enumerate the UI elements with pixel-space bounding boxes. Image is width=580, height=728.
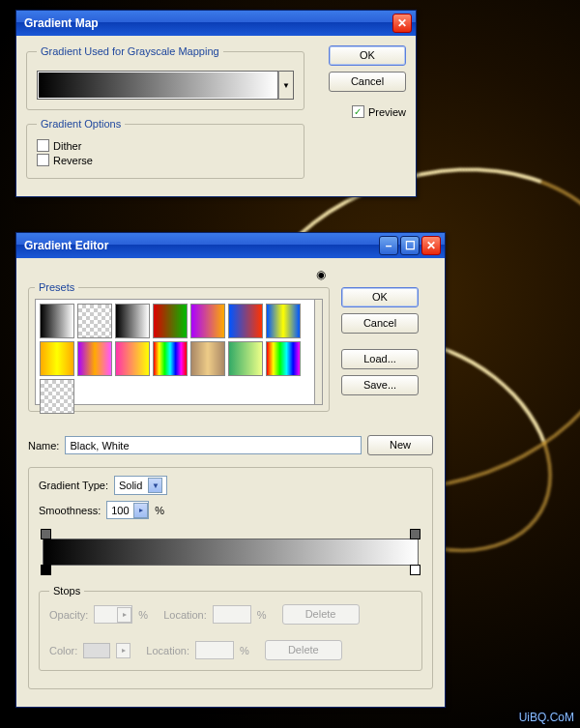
preset-swatch[interactable] [266, 341, 301, 376]
gradient-bar-editor[interactable] [39, 529, 422, 575]
name-input[interactable] [65, 436, 362, 454]
preset-swatch[interactable] [77, 304, 112, 338]
gradient-type-value: Solid [119, 480, 142, 491]
minimize-icon[interactable]: – [379, 236, 398, 255]
gradient-preview[interactable] [37, 71, 278, 100]
presets-list [35, 299, 315, 405]
gradient-map-title: Gradient Map [20, 16, 391, 30]
gradient-type-label: Gradient Type: [39, 480, 108, 491]
preset-swatch[interactable] [40, 304, 74, 338]
gradient-options-legend: Gradient Options [37, 118, 125, 130]
opacity-input: ▸ [94, 605, 132, 624]
check-icon: ✓ [354, 107, 362, 117]
reverse-label: Reverse [53, 155, 93, 166]
gradient-options-group: Gradient Options Dither Reverse [26, 118, 304, 179]
gradient-map-dialog: Gradient Map ✕ Gradient Used for Graysca… [15, 10, 417, 197]
smoothness-label: Smoothness: [39, 505, 101, 516]
smoothness-input[interactable]: 100 ▸ [106, 501, 149, 519]
preset-swatch[interactable] [115, 341, 150, 376]
close-icon[interactable]: ✕ [421, 236, 441, 255]
new-button[interactable]: New [367, 435, 433, 455]
opacity-stop-left[interactable] [41, 529, 51, 539]
preset-swatch[interactable] [153, 341, 188, 376]
preset-swatch[interactable] [40, 379, 74, 414]
stops-group: Stops Opacity: ▸ % Location: % Delete Co… [39, 585, 422, 671]
preview-label: Preview [368, 106, 406, 118]
color-location-input [195, 641, 234, 659]
maximize-icon[interactable]: ☐ [400, 236, 420, 255]
grayscale-mapping-group: Gradient Used for Grayscale Mapping ▼ [26, 45, 304, 110]
name-label: Name: [28, 440, 59, 451]
color-chip [83, 643, 110, 658]
reverse-checkbox[interactable] [37, 154, 49, 166]
ok-button[interactable]: OK [329, 45, 406, 66]
gradient-dropdown-arrow[interactable]: ▼ [278, 71, 294, 100]
gradient-definition-group: Gradient Type: Solid ▼ Smoothness: 100 ▸… [28, 467, 433, 689]
preset-swatch[interactable] [266, 304, 301, 338]
cancel-button[interactable]: Cancel [329, 72, 406, 92]
delete-color-stop-button: Delete [265, 640, 342, 660]
gradient-editor-dialog: Gradient Editor – ☐ ✕ ◉ Presets OK Cance… [15, 232, 446, 708]
gradient-type-select[interactable]: Solid ▼ [114, 476, 167, 495]
location-label: Location: [146, 645, 189, 656]
save-button[interactable]: Save... [341, 375, 419, 395]
preset-swatch[interactable] [190, 341, 225, 376]
gradient-editor-titlebar[interactable]: Gradient Editor – ☐ ✕ [16, 233, 445, 258]
percent-label: % [240, 645, 249, 656]
delete-opacity-stop-button: Delete [282, 604, 360, 625]
chevron-right-icon: ▸ [133, 503, 148, 518]
stops-legend: Stops [49, 585, 84, 597]
presets-group: Presets [28, 281, 330, 412]
smoothness-value: 100 [107, 505, 133, 516]
chevron-down-icon: ▼ [148, 478, 162, 493]
grayscale-mapping-legend: Gradient Used for Grayscale Mapping [37, 45, 223, 57]
dither-checkbox[interactable] [37, 139, 49, 152]
opacity-location-input [213, 605, 251, 624]
percent-label: % [138, 609, 148, 621]
preset-swatch[interactable] [40, 341, 74, 376]
color-label: Color: [49, 645, 77, 656]
opacity-label: Opacity: [49, 609, 88, 621]
dither-label: Dither [53, 140, 81, 152]
ok-button[interactable]: OK [341, 287, 419, 307]
preset-swatch[interactable] [153, 304, 188, 338]
color-stop-left[interactable] [41, 565, 51, 575]
percent-label: % [155, 505, 164, 516]
preset-swatch[interactable] [190, 304, 225, 338]
opacity-stop-right[interactable] [410, 529, 420, 539]
gradient-map-titlebar[interactable]: Gradient Map ✕ [16, 11, 416, 36]
preset-swatch[interactable] [228, 304, 263, 338]
presets-legend: Presets [35, 281, 78, 293]
load-button[interactable]: Load... [341, 349, 419, 369]
gradient-editor-title: Gradient Editor [20, 239, 377, 252]
color-stop-right[interactable] [410, 565, 420, 575]
close-icon[interactable]: ✕ [392, 14, 412, 33]
presets-flyout-icon[interactable]: ◉ [28, 268, 330, 281]
preset-swatch[interactable] [115, 304, 150, 338]
chevron-right-icon: ▸ [116, 643, 130, 658]
location-label: Location: [163, 609, 207, 621]
preset-swatch[interactable] [77, 341, 112, 376]
preview-checkbox[interactable]: ✓ [352, 105, 364, 118]
presets-scrollbar[interactable] [315, 299, 323, 405]
preset-swatch[interactable] [228, 341, 263, 376]
watermark: UiBQ.CoM [519, 711, 574, 724]
cancel-button[interactable]: Cancel [341, 313, 419, 334]
gradient-bar[interactable] [43, 539, 419, 566]
percent-label: % [257, 609, 267, 621]
